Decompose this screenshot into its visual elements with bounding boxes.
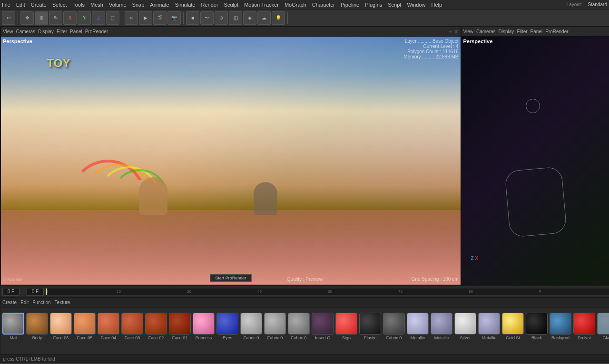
menu-help[interactable]: Help (432, 2, 442, 8)
x-axis[interactable]: X (63, 11, 77, 25)
menu-edit[interactable]: Edit (16, 2, 25, 8)
vp-right-menu-prorender[interactable]: ProRender (545, 29, 568, 34)
y-axis[interactable]: Y (78, 11, 91, 25)
toolbar-sep-2 (122, 12, 122, 24)
vp-left-menu-view[interactable]: View (3, 29, 13, 34)
material-toolbar: Create Edit Function Texture (0, 298, 609, 307)
toolbar-sep-1 (18, 12, 18, 24)
material-item-mat[interactable]: Mat (2, 313, 24, 340)
z-axis[interactable]: Z (92, 11, 105, 25)
deformer-add[interactable]: ◫ (229, 11, 242, 25)
material-item-face01[interactable]: Face 01 (169, 313, 191, 340)
material-item-face02[interactable]: Face 02 (145, 313, 167, 340)
menu-character[interactable]: Character (312, 2, 335, 8)
material-item-body[interactable]: Body (26, 313, 48, 340)
light-add[interactable]: 💡 (272, 11, 285, 25)
material-item-fabric0a[interactable]: Fabric 0 (240, 313, 262, 340)
render-preview[interactable]: 🎬 (153, 11, 167, 25)
toolbar-sep-3 (183, 12, 184, 24)
viewport-right[interactable]: View Cameras Display Filter Panel ProRen… (461, 27, 609, 285)
material-item-sign[interactable]: Sign (335, 313, 357, 340)
vp-left-menu-cameras[interactable]: Cameras (16, 29, 36, 34)
vp-left-menu-panel[interactable]: Panel (70, 29, 82, 34)
vp-right-menu-cameras[interactable]: Cameras (476, 29, 496, 34)
frame-offset-input[interactable] (27, 288, 44, 296)
mat-menu-edit[interactable]: Edit (20, 300, 29, 305)
menu-mesh[interactable]: Mesh (90, 2, 103, 8)
start-prorender-btn[interactable]: Start ProRender (210, 274, 251, 282)
material-item-face06[interactable]: Face 06 (50, 313, 72, 340)
spline-add[interactable]: 〜 (200, 11, 214, 25)
menu-simulate[interactable]: Simulate (175, 2, 196, 8)
timeline-bar: 0 15 30 45 60 75 90 F |◀ ◀◀ ◀ ▶ ▶▶ ▶| (0, 285, 609, 297)
material-item-fabric0b[interactable]: Fabric 0 (264, 313, 286, 340)
menu-create[interactable]: Create (31, 2, 47, 8)
menu-snap[interactable]: Snap (132, 2, 145, 8)
move-tool[interactable]: ✥ (20, 11, 34, 25)
menu-mograph[interactable]: MoGraph (285, 2, 306, 8)
material-item-silver[interactable]: Silver (454, 313, 476, 340)
menu-file[interactable]: File (2, 2, 10, 8)
quality-label: Quality : Preview (287, 276, 323, 282)
menu-sculpt[interactable]: Sculpt (224, 2, 239, 8)
vp-right-canvas[interactable]: Perspective Layer .......... Base Object… (462, 37, 609, 285)
mat-menu-function[interactable]: Function (32, 300, 50, 305)
render-to-picture[interactable]: 📷 (167, 11, 181, 25)
vp-right-menu-filter[interactable]: Filter (517, 29, 527, 34)
material-item-backgrnd[interactable]: Backgrnd (550, 313, 571, 340)
layout-label: Layout: (567, 2, 582, 7)
menu-plugins[interactable]: Plugins (365, 2, 382, 8)
material-item-black[interactable]: Black (526, 313, 548, 340)
scale-tool[interactable]: ⊞ (35, 11, 48, 25)
material-item-insertc[interactable]: Insert C (312, 313, 334, 340)
material-item-face03[interactable]: Face 03 (121, 313, 143, 340)
viewport-left[interactable]: View Cameras Display Filter Panel ProRen… (0, 27, 461, 285)
vp-right-menu-display[interactable]: Display (499, 29, 514, 34)
menu-tools[interactable]: Tools (72, 2, 85, 8)
timeline-scrubber[interactable]: 0 15 30 45 60 75 90 F (46, 288, 609, 296)
material-item-goldst[interactable]: Gold St (502, 313, 524, 340)
vp-right-menu-view[interactable]: View (463, 29, 474, 34)
gen-add[interactable]: ⊙ (215, 11, 228, 25)
vp-left-canvas[interactable]: TOY Perspective Layer .......... Base Ob… (1, 37, 461, 285)
current-frame-input[interactable] (2, 288, 20, 296)
material-item-metallic3[interactable]: Metallic (478, 313, 500, 340)
material-item-donot[interactable]: Do Not (573, 313, 595, 340)
material-item-face04[interactable]: Face 04 (98, 313, 119, 340)
vp-left-toolbar: View Cameras Display Filter Panel ProRen… (1, 27, 461, 37)
layout-value[interactable]: Standard (588, 2, 607, 7)
material-item-metallic1[interactable]: Metallic (407, 313, 429, 340)
menu-volume[interactable]: Volume (109, 2, 127, 8)
mat-menu-texture[interactable]: Texture (55, 300, 70, 305)
material-item-princess[interactable]: Princess (193, 313, 215, 340)
menu-script[interactable]: Script (388, 2, 401, 8)
menu-window[interactable]: Window (407, 2, 425, 8)
material-item-fabric0c[interactable]: Fabric 0 (288, 313, 310, 340)
undo-button[interactable]: ↩ (2, 11, 15, 25)
fields-btn[interactable]: ◈ (243, 11, 256, 25)
material-item-eyes[interactable]: Eyes (216, 313, 238, 340)
vp-left-grid-spacing: Grid Spacing : 100 cm (412, 276, 459, 282)
material-item-face05[interactable]: Face 05 (74, 313, 96, 340)
menu-motion-tracker[interactable]: Motion Tracker (244, 2, 279, 8)
menu-render[interactable]: Render (201, 2, 218, 8)
material-item-fabric0d[interactable]: Fabric 0 (383, 313, 405, 340)
object-mode[interactable]: ⬚ (106, 11, 119, 25)
keyframe-btn[interactable]: ⏎ (125, 11, 138, 25)
material-item-glass[interactable]: Glass (597, 313, 609, 340)
mat-menu-create[interactable]: Create (2, 300, 17, 305)
scene-add[interactable]: ☁ (257, 11, 271, 25)
play-btn[interactable]: ▶ (139, 11, 152, 25)
cube-add[interactable]: ■ (186, 11, 199, 25)
vp-left-menu-filter[interactable]: Filter (57, 29, 67, 34)
menu-pipeline[interactable]: Pipeline (341, 2, 359, 8)
material-item-plastic[interactable]: Plastic (359, 313, 381, 340)
main-toolbar: ↩ ✥ ⊞ ↻ X Y Z ⬚ ⏎ ▶ 🎬 📷 ■ 〜 ⊙ ◫ ◈ ☁ 💡 (0, 10, 609, 27)
menu-select[interactable]: Select (52, 2, 67, 8)
rotate-tool[interactable]: ↻ (49, 11, 62, 25)
vp-left-menu-prorender[interactable]: ProRender (85, 29, 108, 34)
menu-animate[interactable]: Animate (150, 2, 169, 8)
vp-right-menu-panel[interactable]: Panel (530, 29, 543, 34)
vp-left-menu-display[interactable]: Display (38, 29, 54, 34)
material-item-metallic2[interactable]: Metallic (431, 313, 452, 340)
